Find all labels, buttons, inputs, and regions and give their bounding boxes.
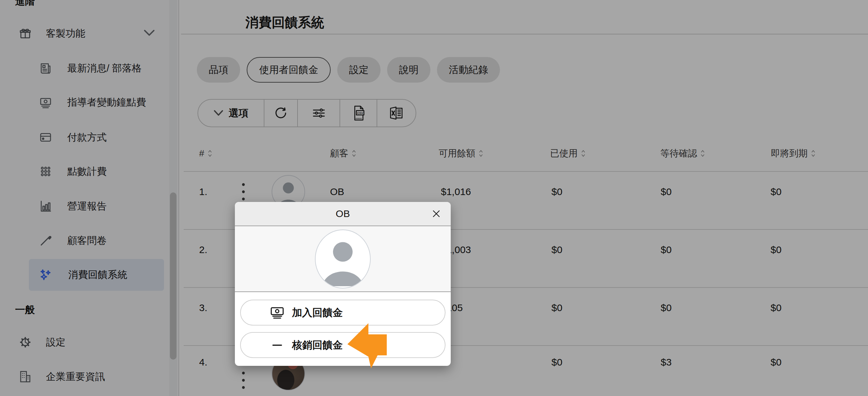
close-icon[interactable] <box>431 208 441 219</box>
app-root: 進階 客製功能 最新 <box>0 0 868 396</box>
minus-icon <box>270 344 285 346</box>
modal-avatar-section <box>235 226 451 292</box>
modal-header: OB <box>235 202 451 226</box>
redeem-reward-label: 核銷回饋金 <box>292 338 343 352</box>
add-reward-label: 加入回饋金 <box>292 306 343 320</box>
avatar <box>315 229 371 289</box>
customer-action-modal: OB 加入回饋金 核銷回饋金 <box>235 202 451 366</box>
redeem-reward-button[interactable]: 核銷回饋金 <box>240 332 445 358</box>
banknote-icon <box>270 306 285 320</box>
modal-title: OB <box>336 208 350 219</box>
add-reward-button[interactable]: 加入回饋金 <box>240 300 445 326</box>
orange-arrow-cursor <box>346 323 388 369</box>
